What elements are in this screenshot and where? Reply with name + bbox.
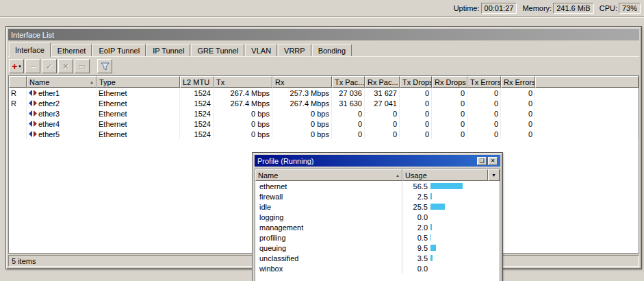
cell-tx_packet: 0 bbox=[332, 129, 365, 139]
profile-row[interactable]: unclassified3.5 bbox=[255, 253, 500, 263]
profile-titlebar[interactable]: Profile (Running) ❏ ✕ bbox=[255, 155, 500, 167]
usage-bar bbox=[430, 255, 433, 261]
profile-column-header-name[interactable]: Name▲ bbox=[255, 169, 402, 181]
profile-name: logging bbox=[255, 212, 402, 222]
profile-row[interactable]: winbox0.0 bbox=[255, 263, 500, 273]
profile-usage: 0.0 bbox=[402, 212, 500, 222]
profile-row[interactable]: profiling0.5 bbox=[255, 232, 500, 243]
profile-row[interactable]: firewall2.5 bbox=[255, 191, 500, 201]
memory-label: Memory: bbox=[522, 4, 552, 12]
disable-button[interactable]: ✕ bbox=[58, 59, 73, 73]
column-header-type[interactable]: Type bbox=[96, 76, 180, 88]
column-header-tx_drops[interactable]: Tx Drops bbox=[400, 76, 432, 88]
column-header-label: Tx Pac... bbox=[335, 78, 364, 86]
cell-rx_packet: 0 bbox=[365, 108, 400, 119]
cell-filler bbox=[535, 129, 639, 139]
tab-vlan[interactable]: VLAN bbox=[245, 44, 277, 56]
table-row[interactable]: ether3Ethernet15240 bps0 bps000000 bbox=[9, 108, 639, 119]
interface-list-titlebar[interactable]: Interface List bbox=[8, 29, 639, 40]
profile-name: idle bbox=[255, 201, 402, 212]
table-row[interactable]: Rether2Ethernet1524267.4 Mbps267.4 Mbps3… bbox=[9, 98, 639, 108]
cell-rx_errors: 0 bbox=[501, 98, 535, 108]
tab-vrrp[interactable]: VRRP bbox=[278, 44, 311, 56]
usage-bar bbox=[430, 193, 432, 199]
interface-icon bbox=[29, 100, 37, 106]
column-header-l2mtu[interactable]: L2 MTU bbox=[180, 76, 214, 88]
tab-ip-tunnel[interactable]: IP Tunnel bbox=[146, 44, 190, 56]
table-row[interactable]: ether4Ethernet15240 bps0 bps000000 bbox=[9, 119, 639, 129]
cell-tx_errors: 0 bbox=[467, 129, 501, 139]
items-count: 5 items bbox=[12, 257, 36, 265]
column-header-rx_packet[interactable]: Rx Pac... bbox=[365, 76, 400, 88]
interface-list-title: Interface List bbox=[11, 31, 54, 39]
profile-usage: 25.5 bbox=[402, 201, 500, 212]
cell-tx_drops: 0 bbox=[400, 119, 432, 129]
restore-button[interactable]: ❏ bbox=[477, 157, 487, 165]
comment-button[interactable]: ▭ bbox=[75, 59, 90, 73]
profile-name: firewall bbox=[255, 191, 402, 201]
column-header-tx[interactable]: Tx bbox=[214, 76, 272, 88]
usage-value: 25.5 bbox=[404, 203, 428, 211]
column-header-rx_errors[interactable]: Rx Errors bbox=[501, 76, 535, 88]
column-header-tx_errors[interactable]: Tx Errors bbox=[467, 76, 501, 88]
column-header-flag[interactable] bbox=[9, 76, 27, 88]
usage-bar bbox=[430, 245, 436, 251]
column-select-button[interactable]: ▼ bbox=[488, 169, 500, 181]
profile-usage: 0.0 bbox=[402, 263, 500, 273]
cell-rx_errors: 0 bbox=[501, 129, 535, 139]
cell-l2mtu: 1524 bbox=[180, 119, 214, 129]
profile-table-body: ethernet56.5firewall2.5idle25.5logging0.… bbox=[255, 181, 500, 281]
restore-icon: ❏ bbox=[479, 158, 484, 164]
profile-row[interactable]: queuing9.5 bbox=[255, 243, 500, 253]
remove-button[interactable]: − bbox=[25, 59, 40, 73]
profile-title: Profile (Running) bbox=[257, 157, 314, 165]
column-header-name[interactable]: Name▲ bbox=[27, 76, 96, 88]
tab-eoip-tunnel[interactable]: EoIP Tunnel bbox=[92, 44, 146, 56]
interface-name: ether1 bbox=[38, 89, 60, 97]
column-header-label: Rx Drops bbox=[435, 78, 466, 86]
usage-bar bbox=[430, 234, 431, 241]
column-header-label: Rx bbox=[275, 78, 284, 86]
column-header-tx_packet[interactable]: Tx Pac... bbox=[332, 76, 365, 88]
profile-row[interactable]: ethernet56.5 bbox=[255, 181, 500, 191]
cell-rx_packet: 27 041 bbox=[365, 98, 400, 108]
cell-rx_drops: 0 bbox=[432, 108, 467, 119]
column-header-label: Usage bbox=[405, 171, 427, 180]
profile-row[interactable]: logging0.0 bbox=[255, 212, 500, 222]
usage-value: 2.5 bbox=[404, 193, 428, 201]
filter-funnel-icon bbox=[101, 62, 110, 71]
table-row[interactable]: Rether1Ethernet1524267.4 Mbps257.3 Mbps2… bbox=[9, 88, 639, 98]
cell-filler bbox=[535, 119, 639, 129]
sort-asc-icon: ▲ bbox=[88, 80, 94, 84]
column-header-rx_drops[interactable]: Rx Drops bbox=[432, 76, 467, 88]
usage-value: 0.0 bbox=[404, 265, 428, 273]
cell-l2mtu: 1524 bbox=[180, 108, 214, 119]
column-header-label: Tx Errors bbox=[470, 78, 501, 86]
profile-usage: 0.5 bbox=[402, 232, 500, 243]
cell-rx_errors: 0 bbox=[501, 88, 535, 98]
profile-row[interactable]: idle25.5 bbox=[255, 201, 500, 212]
tab-interface[interactable]: Interface bbox=[9, 42, 51, 57]
cell-type: Ethernet bbox=[96, 98, 180, 108]
enable-button[interactable]: ✓ bbox=[42, 59, 57, 73]
cell-tx: 267.4 Mbps bbox=[214, 88, 272, 98]
cell-tx: 0 bps bbox=[214, 108, 272, 119]
uptime-value: 00:01:27 bbox=[481, 3, 517, 14]
tab-ethernet[interactable]: Ethernet bbox=[51, 44, 92, 56]
profile-column-header-usage[interactable]: Usage bbox=[402, 169, 488, 181]
column-header-rx[interactable]: Rx bbox=[272, 76, 332, 88]
table-row[interactable]: ether5Ethernet15240 bps0 bps000000 bbox=[9, 129, 639, 139]
cell-rx: 267.4 Mbps bbox=[272, 98, 332, 108]
filter-button[interactable] bbox=[97, 59, 112, 73]
usage-value: 56.5 bbox=[404, 182, 428, 191]
cell-type: Ethernet bbox=[96, 119, 180, 129]
column-header-label: L2 MTU bbox=[183, 78, 209, 86]
tab-bonding[interactable]: Bonding bbox=[312, 44, 352, 56]
tab-gre-tunnel[interactable]: GRE Tunnel bbox=[191, 44, 244, 56]
close-button[interactable]: ✕ bbox=[488, 157, 498, 165]
usage-value: 0.5 bbox=[404, 234, 428, 242]
profile-usage: 2.5 bbox=[402, 191, 500, 201]
profile-row[interactable]: management2.0 bbox=[255, 222, 500, 232]
comment-icon: ▭ bbox=[78, 62, 86, 71]
add-button[interactable]: + ▾ bbox=[9, 59, 24, 73]
